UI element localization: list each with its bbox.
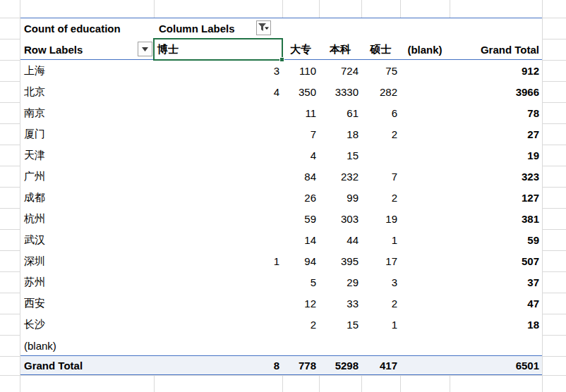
grand-total-label-cell[interactable]: Grand Total <box>20 356 154 375</box>
row-label[interactable]: 厦门 <box>20 123 154 145</box>
value-cell[interactable] <box>154 293 282 314</box>
value-cell[interactable]: 59 <box>282 208 319 229</box>
value-cell[interactable]: 26 <box>282 187 319 208</box>
column-header[interactable]: 硕士 <box>361 39 400 60</box>
value-cell[interactable]: 12 <box>282 293 319 314</box>
row-label[interactable]: 成都 <box>20 187 154 208</box>
row-label[interactable]: 天津 <box>20 145 154 166</box>
value-cell[interactable]: 282 <box>361 81 400 102</box>
value-cell[interactable]: 15 <box>319 145 361 166</box>
row-label[interactable]: 杭州 <box>20 208 154 229</box>
value-cell[interactable] <box>400 145 450 166</box>
column-labels-filter-button[interactable] <box>256 20 271 35</box>
value-cell[interactable]: 381 <box>450 208 542 229</box>
value-cell[interactable] <box>400 335 450 356</box>
value-cell[interactable] <box>400 60 450 81</box>
value-cell[interactable] <box>154 166 282 187</box>
value-cell[interactable]: 3 <box>154 60 282 81</box>
value-cell[interactable] <box>154 123 282 145</box>
value-cell[interactable]: 350 <box>282 81 319 102</box>
value-cell[interactable] <box>154 335 282 356</box>
value-cell[interactable]: 395 <box>319 250 361 271</box>
value-cell[interactable]: 2 <box>361 123 400 145</box>
column-header[interactable]: (blank) <box>400 39 450 60</box>
value-cell[interactable]: 75 <box>361 60 400 81</box>
row-label[interactable]: 上海 <box>20 60 154 81</box>
value-cell[interactable]: 2 <box>361 187 400 208</box>
grand-total-value-cell[interactable]: 8 <box>154 356 282 375</box>
value-cell[interactable]: 2 <box>282 314 319 335</box>
value-cell[interactable] <box>154 271 282 293</box>
value-cell[interactable]: 61 <box>319 102 361 123</box>
value-cell[interactable] <box>400 250 450 271</box>
value-cell[interactable]: 78 <box>450 102 542 123</box>
value-cell[interactable] <box>154 145 282 166</box>
value-cell[interactable] <box>450 335 542 356</box>
value-cell[interactable]: 44 <box>319 229 361 250</box>
value-cell[interactable]: 15 <box>319 314 361 335</box>
row-label[interactable]: 苏州 <box>20 271 154 293</box>
empty-header-cell[interactable] <box>282 18 319 39</box>
value-cell[interactable]: 110 <box>282 60 319 81</box>
value-cell[interactable] <box>361 335 400 356</box>
grand-total-value-cell[interactable]: 6501 <box>450 356 542 375</box>
value-cell[interactable]: 11 <box>282 102 319 123</box>
fill-handle[interactable] <box>279 57 284 62</box>
value-cell[interactable]: 323 <box>450 166 542 187</box>
value-cell[interactable]: 17 <box>361 250 400 271</box>
value-cell[interactable] <box>400 102 450 123</box>
value-cell[interactable] <box>400 166 450 187</box>
value-cell[interactable]: 99 <box>319 187 361 208</box>
value-cell[interactable]: 59 <box>450 229 542 250</box>
row-label[interactable]: 南京 <box>20 102 154 123</box>
value-cell[interactable]: 19 <box>450 145 542 166</box>
value-cell[interactable] <box>400 187 450 208</box>
column-header[interactable]: 本科 <box>319 39 361 60</box>
column-header-selected[interactable]: 博士 <box>154 39 282 60</box>
value-cell[interactable]: 912 <box>450 60 542 81</box>
value-cell[interactable] <box>282 335 319 356</box>
value-cell[interactable] <box>400 208 450 229</box>
value-cell[interactable]: 127 <box>450 187 542 208</box>
row-label[interactable]: (blank) <box>20 335 154 356</box>
row-label[interactable]: 深圳 <box>20 250 154 271</box>
column-header-grand-total[interactable]: Grand Total <box>450 39 542 60</box>
value-cell[interactable]: 84 <box>282 166 319 187</box>
value-cell[interactable]: 6 <box>361 102 400 123</box>
value-cell[interactable]: 5 <box>282 271 319 293</box>
value-cell[interactable]: 4 <box>282 145 319 166</box>
value-cell[interactable]: 7 <box>282 123 319 145</box>
value-cell[interactable]: 2 <box>361 293 400 314</box>
row-label[interactable]: 广州 <box>20 166 154 187</box>
value-cell[interactable]: 7 <box>361 166 400 187</box>
row-label[interactable]: 西安 <box>20 293 154 314</box>
row-label[interactable]: 北京 <box>20 81 154 102</box>
grand-total-value-cell[interactable]: 778 <box>282 356 319 375</box>
value-cell[interactable] <box>400 293 450 314</box>
empty-header-cell[interactable] <box>400 18 450 39</box>
value-cell[interactable] <box>400 81 450 102</box>
value-cell[interactable]: 3 <box>361 271 400 293</box>
value-cell[interactable]: 94 <box>282 250 319 271</box>
empty-header-cell[interactable] <box>319 18 361 39</box>
value-cell[interactable]: 3330 <box>319 81 361 102</box>
value-cell[interactable] <box>319 335 361 356</box>
value-cell[interactable] <box>400 229 450 250</box>
grand-total-value-cell[interactable] <box>400 356 450 375</box>
value-cell[interactable]: 3966 <box>450 81 542 102</box>
value-cell[interactable] <box>400 123 450 145</box>
value-cell[interactable]: 19 <box>361 208 400 229</box>
value-cell[interactable]: 1 <box>154 250 282 271</box>
value-cell[interactable]: 18 <box>319 123 361 145</box>
value-cell[interactable]: 507 <box>450 250 542 271</box>
grand-total-value-cell[interactable]: 417 <box>361 356 400 375</box>
value-cell[interactable]: 14 <box>282 229 319 250</box>
value-cell[interactable]: 47 <box>450 293 542 314</box>
value-cell[interactable]: 27 <box>450 123 542 145</box>
row-labels-dropdown-button[interactable] <box>138 42 152 56</box>
row-labels-cell[interactable]: Row Labels <box>20 39 154 60</box>
column-labels-cell[interactable]: Column Labels <box>154 18 282 39</box>
value-cell[interactable] <box>154 229 282 250</box>
value-cell[interactable]: 29 <box>319 271 361 293</box>
row-label[interactable]: 长沙 <box>20 314 154 335</box>
